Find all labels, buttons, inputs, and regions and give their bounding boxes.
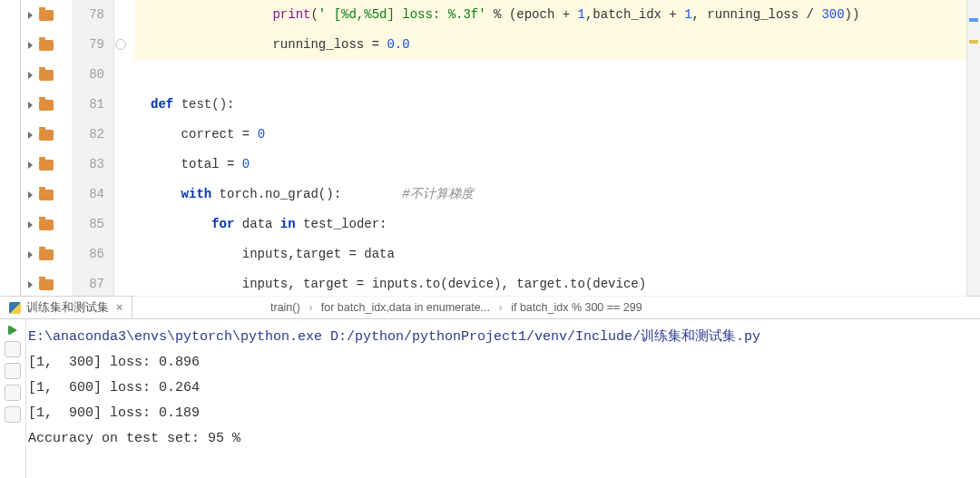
- stop-button[interactable]: [5, 341, 21, 357]
- code-line[interactable]: def test():: [134, 90, 966, 120]
- folder-icon: [39, 219, 54, 230]
- project-tree-row[interactable]: [21, 150, 72, 180]
- project-tree-row[interactable]: [21, 120, 72, 150]
- folder-icon: [39, 100, 54, 111]
- line-number[interactable]: 79: [72, 30, 113, 60]
- line-number[interactable]: 78: [72, 0, 113, 30]
- line-number[interactable]: 84: [72, 180, 113, 210]
- folder-icon: [39, 10, 54, 21]
- python-file-icon: [9, 302, 21, 314]
- breadcrumb-item[interactable]: train(): [270, 301, 300, 314]
- run-body: E:\anaconda3\envs\pytorch\python.exe D:/…: [0, 319, 980, 478]
- line-number[interactable]: 87: [72, 269, 113, 299]
- project-tree-gutter[interactable]: [21, 0, 72, 296]
- chevron-right-icon[interactable]: [26, 131, 35, 140]
- console-line: [1, 300] loss: 0.896: [28, 350, 980, 376]
- code-line[interactable]: [134, 60, 966, 90]
- soft-wrap-button[interactable]: [5, 385, 21, 401]
- chevron-right-icon[interactable]: [26, 220, 35, 229]
- breadcrumb-item[interactable]: for batch_idx,data in enumerate...: [321, 301, 490, 314]
- folder-icon: [39, 130, 54, 141]
- line-number[interactable]: 81: [72, 90, 113, 120]
- project-tree-row[interactable]: [21, 180, 72, 210]
- gutter-zone: 78798081828384858687: [21, 0, 134, 296]
- console-command: E:\anaconda3\envs\pytorch\python.exe D:/…: [28, 325, 980, 350]
- chevron-right-icon[interactable]: [26, 250, 35, 259]
- line-number-gutter[interactable]: 78798081828384858687: [72, 0, 114, 296]
- line-number[interactable]: 82: [72, 120, 113, 150]
- project-tree-row[interactable]: [21, 90, 72, 120]
- code-line[interactable]: for data in test_loder:: [134, 210, 966, 239]
- chevron-right-icon[interactable]: [26, 161, 35, 170]
- code-line[interactable]: running_loss = 0.0: [134, 30, 966, 60]
- chevron-right-icon[interactable]: [26, 71, 35, 80]
- rerun-button[interactable]: [8, 325, 17, 336]
- chevron-right-icon[interactable]: [26, 190, 35, 200]
- project-tree-row[interactable]: [21, 60, 72, 90]
- line-number[interactable]: 83: [72, 150, 113, 180]
- code-line[interactable]: total = 0: [134, 150, 966, 180]
- line-number[interactable]: 80: [72, 60, 113, 90]
- line-number[interactable]: 86: [72, 239, 113, 269]
- folder-icon: [39, 40, 54, 51]
- breadcrumb-item[interactable]: if batch_idx % 300 == 299: [511, 301, 642, 314]
- project-tree-row[interactable]: [21, 239, 72, 269]
- editor-area: 78798081828384858687 print(' [%d,%5d] lo…: [0, 0, 980, 297]
- chevron-right-icon[interactable]: [26, 280, 35, 289]
- code-line[interactable]: with torch.no_grad(): #不计算梯度: [134, 180, 966, 210]
- folder-icon: [39, 249, 54, 260]
- console-output[interactable]: E:\anaconda3\envs\pytorch\python.exe D:/…: [26, 319, 980, 478]
- code-line[interactable]: correct = 0: [134, 120, 966, 150]
- chevron-right-icon: ›: [309, 301, 312, 314]
- code-line[interactable]: print(' [%d,%5d] loss: %.3f' % (epoch + …: [134, 0, 966, 30]
- folder-icon: [39, 279, 54, 290]
- run-tab[interactable]: 训练集和测试集 ×: [0, 297, 132, 318]
- project-tree-row[interactable]: [21, 269, 72, 299]
- run-toolbar: [0, 319, 26, 478]
- run-tool-window: 训练集和测试集 × E:\anaconda3\envs\pytorch\pyth…: [0, 297, 980, 478]
- folder-icon: [39, 70, 54, 81]
- project-tree-row[interactable]: [21, 210, 72, 239]
- console-line: Accuracy on test set: 95 %: [28, 426, 980, 452]
- tool-stripe-left[interactable]: [0, 0, 21, 296]
- chevron-right-icon[interactable]: [26, 101, 35, 110]
- code-editor[interactable]: print(' [%d,%5d] loss: %.3f' % (epoch + …: [134, 0, 966, 296]
- console-line: [1, 600] loss: 0.264: [28, 376, 980, 401]
- project-tree-row[interactable]: [21, 30, 72, 60]
- line-number[interactable]: 85: [72, 210, 113, 239]
- scroll-to-end-button[interactable]: [5, 406, 21, 423]
- ide-window: 78798081828384858687 print(' [%d,%5d] lo…: [0, 0, 980, 478]
- project-tree-row[interactable]: [21, 0, 72, 30]
- chevron-right-icon[interactable]: [26, 41, 35, 50]
- run-tab-label: 训练集和测试集: [26, 300, 109, 316]
- chevron-right-icon[interactable]: [26, 11, 35, 20]
- up-button[interactable]: [5, 363, 21, 379]
- chevron-right-icon: ›: [499, 301, 503, 314]
- close-icon[interactable]: ×: [116, 301, 122, 314]
- code-line[interactable]: inputs,target = data: [134, 239, 966, 269]
- folder-icon: [39, 160, 54, 171]
- console-line: [1, 900] loss: 0.189: [28, 401, 980, 426]
- editor-scrollbar[interactable]: [966, 0, 980, 296]
- folder-icon: [39, 190, 54, 200]
